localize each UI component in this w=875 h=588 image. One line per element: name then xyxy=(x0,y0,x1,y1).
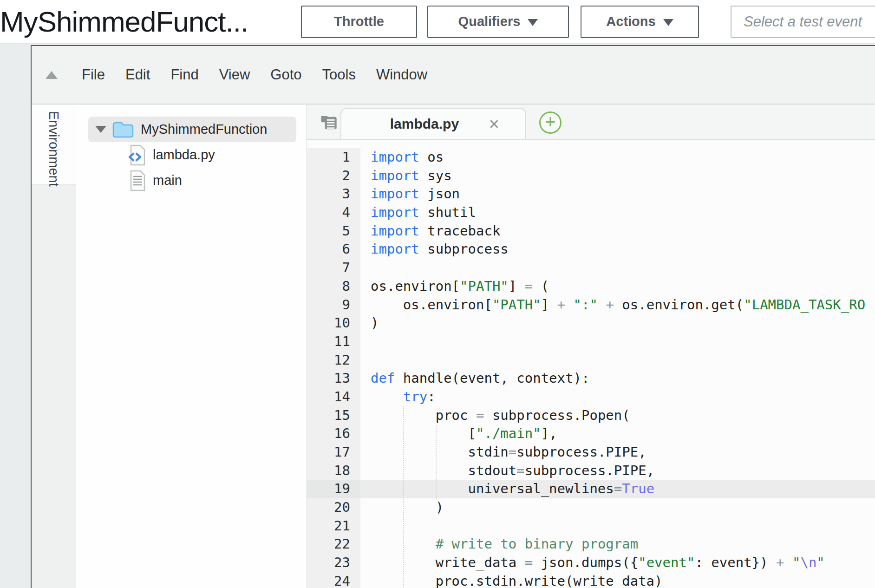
new-tab-icon[interactable]: + xyxy=(539,111,562,134)
throttle-button-label: Throttle xyxy=(334,14,384,29)
collapse-panel-icon[interactable] xyxy=(46,71,58,79)
menu-window[interactable]: Window xyxy=(376,66,427,83)
code-line[interactable]: 7 xyxy=(307,259,875,277)
code-text xyxy=(360,259,875,277)
test-event-placeholder: Select a test event xyxy=(744,13,862,30)
code-line[interactable]: 13def handle(event, context): xyxy=(307,369,875,388)
code-text: def handle(event, context): xyxy=(360,369,875,388)
line-number[interactable]: 21 xyxy=(307,517,360,536)
function-name-title: MyShimmedFunct... xyxy=(0,5,301,38)
code-text: proc.stdin.write(write_data) xyxy=(360,572,875,588)
line-number[interactable]: 2 xyxy=(307,167,360,185)
line-number[interactable]: 23 xyxy=(307,554,360,572)
line-number[interactable]: 5 xyxy=(307,222,360,241)
code-text: import sys xyxy=(360,167,875,185)
line-number[interactable]: 17 xyxy=(307,443,360,462)
indent-guide xyxy=(436,425,437,499)
line-number[interactable]: 20 xyxy=(307,498,360,517)
line-number[interactable]: 7 xyxy=(307,259,360,277)
tree-file-label: lambda.py xyxy=(153,147,215,163)
line-number[interactable]: 3 xyxy=(307,185,360,203)
code-line[interactable]: 14 try: xyxy=(307,388,875,406)
actions-button-label: Actions xyxy=(606,14,655,29)
chevron-down-icon xyxy=(528,19,538,26)
line-number[interactable]: 18 xyxy=(307,462,360,480)
code-area[interactable]: 1import os2import sys3import json4import… xyxy=(307,140,875,588)
tree-row-lambda-py[interactable]: lambda.py xyxy=(76,142,307,168)
code-line[interactable]: 23 write_data = json.dumps({"event": eve… xyxy=(307,554,875,572)
actions-dropdown-button[interactable]: Actions xyxy=(581,6,699,38)
menu-find[interactable]: Find xyxy=(170,66,198,83)
code-text: stdin=subprocess.PIPE, xyxy=(360,443,875,462)
qualifiers-dropdown-button[interactable]: Qualifiers xyxy=(427,6,569,38)
menu-goto[interactable]: Goto xyxy=(270,66,301,83)
line-number[interactable]: 10 xyxy=(307,314,360,333)
menu-tools[interactable]: Tools xyxy=(322,66,356,83)
line-number[interactable]: 24 xyxy=(307,572,360,588)
code-line[interactable]: 20 ) xyxy=(307,498,875,517)
tree-file-label: main xyxy=(153,173,182,188)
code-line[interactable]: 3import json xyxy=(307,185,875,203)
test-event-select[interactable]: Select a test event xyxy=(731,6,875,38)
throttle-button[interactable]: Throttle xyxy=(301,6,417,38)
code-text: try: xyxy=(360,388,875,406)
editor-tabbar: lambda.py × + xyxy=(307,105,875,140)
code-text: ) xyxy=(360,314,875,333)
line-number[interactable]: 12 xyxy=(307,351,360,370)
menu-view[interactable]: View xyxy=(219,66,250,83)
code-text: import json xyxy=(360,185,875,203)
code-text xyxy=(360,333,875,351)
code-line[interactable]: 15 proc = subprocess.Popen( xyxy=(307,406,875,425)
tab-label: lambda.py xyxy=(341,116,489,132)
code-text: ["./main"], xyxy=(360,425,875,443)
code-text: proc = subprocess.Popen( xyxy=(360,406,875,425)
menu-file[interactable]: File xyxy=(82,66,105,83)
code-line[interactable]: 17 stdin=subprocess.PIPE, xyxy=(307,443,875,462)
chevron-expanded-icon[interactable] xyxy=(95,126,106,133)
code-line[interactable]: 10) xyxy=(307,314,875,333)
chevron-down-icon xyxy=(663,19,673,26)
line-number[interactable]: 19 xyxy=(307,480,360,498)
code-line[interactable]: 19 universal_newlines=True xyxy=(307,480,875,498)
left-tab-strip: Environment xyxy=(32,105,76,588)
line-number[interactable]: 14 xyxy=(307,388,360,406)
line-number[interactable]: 6 xyxy=(307,240,360,259)
code-line[interactable]: 11 xyxy=(307,333,875,351)
code-line[interactable]: 1import os xyxy=(307,148,875,167)
code-line[interactable]: 22 # write to binary program xyxy=(307,535,875,554)
line-number[interactable]: 11 xyxy=(307,333,360,351)
tree-row-main[interactable]: main xyxy=(76,168,307,193)
line-number[interactable]: 9 xyxy=(307,296,360,314)
code-line[interactable]: 6import subprocess xyxy=(307,240,875,259)
line-number[interactable]: 22 xyxy=(307,535,360,554)
code-line[interactable]: 8os.environ["PATH"] = ( xyxy=(307,277,875,296)
line-number[interactable]: 4 xyxy=(307,203,360,222)
code-line[interactable]: 9 os.environ["PATH"] + ":" + os.environ.… xyxy=(307,296,875,314)
code-line[interactable]: 21 xyxy=(307,517,875,536)
code-line[interactable]: 5import traceback xyxy=(307,222,875,241)
tree-folder-label: MyShimmedFunction xyxy=(141,122,267,137)
line-number[interactable]: 15 xyxy=(307,406,360,425)
tab-lambda-py[interactable]: lambda.py × xyxy=(340,108,526,139)
tab-list-icon[interactable] xyxy=(319,114,339,132)
code-line[interactable]: 4import shutil xyxy=(307,203,875,222)
code-editor-panel: File Edit Find View Goto Tools Window En… xyxy=(31,45,875,588)
line-number[interactable]: 1 xyxy=(307,148,360,167)
editor-menubar: File Edit Find View Goto Tools Window xyxy=(32,46,875,105)
menu-edit[interactable]: Edit xyxy=(125,66,150,83)
code-line[interactable]: 24 proc.stdin.write(write_data) xyxy=(307,572,875,588)
close-tab-icon[interactable]: × xyxy=(489,115,499,133)
code-text: os.environ["PATH"] = ( xyxy=(360,277,875,296)
code-text: # write to binary program xyxy=(360,535,875,554)
line-number[interactable]: 13 xyxy=(307,369,360,388)
code-line[interactable]: 12 xyxy=(307,351,875,370)
line-number[interactable]: 8 xyxy=(307,277,360,296)
code-line[interactable]: 2import sys xyxy=(307,167,875,185)
code-line[interactable]: 18 stdout=subprocess.PIPE, xyxy=(307,462,875,480)
code-text: stdout=subprocess.PIPE, xyxy=(360,462,875,480)
line-number[interactable]: 16 xyxy=(307,425,360,443)
code-text: universal_newlines=True xyxy=(360,480,875,498)
code-line[interactable]: 16 ["./main"], xyxy=(307,425,875,443)
code-text xyxy=(360,351,875,370)
tree-row-folder[interactable]: MyShimmedFunction xyxy=(88,117,296,142)
